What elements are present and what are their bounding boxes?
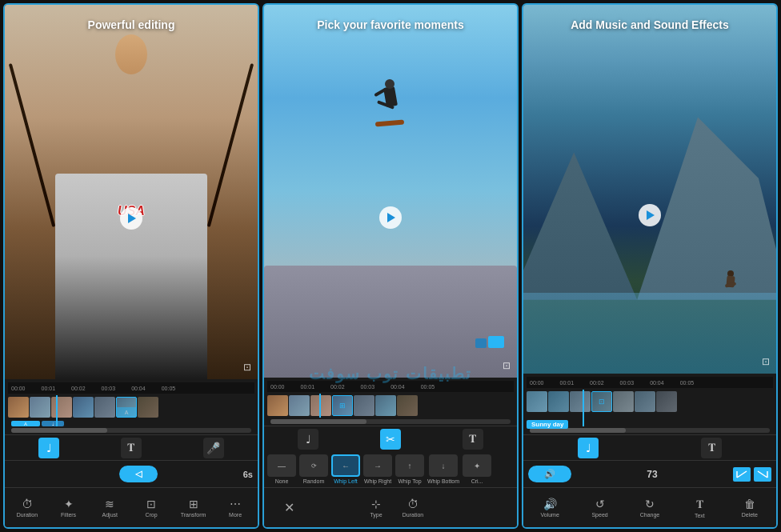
svg-line-2	[758, 471, 767, 478]
fade-icons	[733, 467, 771, 482]
clips-3: ⊡	[527, 390, 773, 414]
clip-2-7[interactable]	[397, 395, 418, 416]
music-icon-3[interactable]: ♩	[578, 438, 599, 458]
transition-none[interactable]: — None	[267, 454, 296, 484]
clip-2-3[interactable]	[310, 395, 331, 416]
clip-3-5[interactable]	[613, 391, 634, 412]
panel-moments: ⊡ Pick your favorite moments 00:00 00:01…	[262, 3, 519, 529]
clip-1-3[interactable]	[51, 397, 72, 418]
clips-2: ⊞	[267, 394, 514, 418]
nav-section-1: ⏱ Duration ✦ Filters ≋ Adjust ⊡ Crop ⊞	[5, 488, 258, 527]
clip-1-2[interactable]	[30, 397, 50, 418]
clip-1-5[interactable]	[94, 397, 115, 418]
nav-duration-2[interactable]: ⏱ Duration	[401, 498, 425, 518]
music-icon-1[interactable]: ♩	[38, 438, 59, 458]
expand-icon-3[interactable]: ⊡	[762, 356, 770, 367]
transition-whip-left[interactable]: ← Whip Left	[331, 454, 360, 484]
mic-icon-1[interactable]: 🎤	[203, 438, 224, 458]
play-button-2[interactable]	[379, 206, 402, 229]
nav-delete-3[interactable]: 🗑 Delete	[738, 498, 762, 518]
video-area-3: ⊡ Add Music and Sound Effects	[523, 5, 776, 374]
clip-3-7[interactable]	[656, 391, 677, 412]
toolbar-1: ♩ 𝐓 🎤	[5, 434, 258, 460]
playhead-2	[319, 394, 321, 418]
clip-3-3[interactable]	[570, 391, 591, 412]
timeline-2: 00:00 00:01 00:02 00:03 00:04 00:05 ⊞	[264, 378, 517, 426]
clip-3-selected[interactable]: ⊡	[591, 391, 612, 412]
nav-section-3: 🔊 Volume ↺ Speed ↻ Change 𝐓 Text 🗑	[523, 488, 776, 527]
timeline-tracks-3: ⊡ Sunny day	[527, 390, 773, 426]
time-markers-3: 00:00 00:01 00:02 00:03 00:04 00:05	[530, 380, 770, 386]
change-icon: ↻	[645, 498, 655, 510]
controls-row-3: 🔊 73	[523, 460, 776, 487]
main-content: USA ⊡ Powerful editing 00:00 00:01 00:02…	[0, 0, 781, 532]
video-title-3: Add Music and Sound Effects	[536, 18, 763, 32]
transition-whip-bottom[interactable]: ↓ Whip Bottom	[427, 454, 459, 484]
clip-2-6[interactable]	[375, 395, 396, 416]
scissors-icon-2[interactable]: ✂	[380, 429, 401, 450]
clip-3-6[interactable]	[635, 391, 655, 412]
expand-icon-2[interactable]: ⊡	[503, 360, 511, 371]
adjust-icon: ≋	[105, 498, 114, 510]
scrollbar-1[interactable]	[11, 428, 251, 433]
text-icon-1[interactable]: 𝐓	[121, 438, 142, 458]
nav-change-3[interactable]: ↻ Change	[638, 498, 662, 518]
panel-editing: USA ⊡ Powerful editing 00:00 00:01 00:02…	[3, 3, 259, 529]
nav-text-3[interactable]: 𝐓 Text	[687, 498, 711, 518]
clip-2-1[interactable]	[267, 395, 288, 416]
text-icon-3[interactable]: 𝐓	[701, 438, 722, 458]
playhead-3	[583, 390, 584, 426]
fade-in-icon[interactable]	[733, 467, 751, 482]
timeline-ruler-2: 00:00 00:01 00:02 00:03 00:04 00:05	[267, 381, 514, 392]
timeline-tracks-2: ⊞	[267, 394, 514, 418]
time-0: 00:00	[11, 386, 26, 391]
video-title-2: Pick your favorite moments	[277, 18, 504, 32]
clip-1-selected[interactable]: A	[116, 397, 137, 418]
volume-button-3[interactable]: 🔊	[528, 466, 571, 482]
timeline-3: 00:00 00:01 00:02 00:03 00:04 00:05 ⊡	[523, 374, 776, 434]
fade-out-icon[interactable]	[754, 467, 771, 482]
nav-speed-3[interactable]: ↺ Speed	[588, 498, 612, 518]
clip-3-2[interactable]	[548, 391, 569, 412]
transition-whip-top[interactable]: ↑ Whip Top	[395, 454, 424, 484]
scrollbar-2[interactable]	[270, 419, 511, 424]
time-markers-1: 00:00 00:01 00:02 00:03 00:04 00:05	[11, 386, 251, 391]
clip-1-4[interactable]	[73, 397, 94, 418]
volume-nav-icon: 🔊	[543, 498, 557, 510]
volume-icon: 🔊	[544, 469, 555, 479]
nav-volume-3[interactable]: 🔊 Volume	[538, 498, 562, 518]
transition-cri[interactable]: ✦ Cri...	[463, 454, 491, 484]
clip-2-2[interactable]	[289, 395, 310, 416]
clip-3-1[interactable]	[527, 391, 547, 412]
nav-more-1[interactable]: ⋯ More	[223, 498, 247, 518]
controls-row-1: ◁ 6s	[5, 460, 258, 487]
nav-close-2[interactable]: ✕	[277, 500, 301, 515]
clips-1: A	[8, 395, 254, 419]
nav-filters-1[interactable]: ✦ Filters	[57, 498, 81, 518]
transition-whip-right[interactable]: → Whip Right	[363, 454, 392, 484]
clip-1-1[interactable]	[8, 397, 29, 418]
nav-type-2[interactable]: ⊹ Type	[364, 498, 388, 518]
play-button-1[interactable]	[120, 207, 142, 230]
music-icon-2[interactable]: ♩	[298, 429, 318, 450]
transitions-row: — None ⟳ Random ← Whip Left → Whip Right…	[264, 451, 517, 487]
clip-2-selected[interactable]: ⊞	[332, 395, 353, 416]
clip-2-5[interactable]	[354, 395, 374, 416]
type-icon: ⊹	[371, 498, 381, 510]
clip-1-7[interactable]	[138, 397, 158, 418]
sunny-day-label[interactable]: Sunny day	[527, 420, 568, 429]
time-markers-2: 00:00 00:01 00:02 00:03 00:04 00:05	[270, 384, 511, 390]
nav-transform-1[interactable]: ⊞ Transform	[181, 498, 206, 518]
play-button-3[interactable]	[639, 204, 661, 226]
duration-button-1[interactable]: ◁	[119, 466, 158, 482]
time-3: 00:03	[102, 386, 116, 391]
text-icon-2[interactable]: 𝐓	[463, 429, 483, 450]
crop-icon: ⊡	[146, 498, 156, 510]
panel-music: ⊡ Add Music and Sound Effects 00:00 00:0…	[522, 3, 778, 529]
nav-duration-1[interactable]: ⏱ Duration	[15, 498, 39, 518]
nav-crop-1[interactable]: ⊡ Crop	[139, 498, 163, 518]
nav-adjust-1[interactable]: ≋ Adjust	[98, 498, 122, 518]
video-area-2: ⊡ Pick your favorite moments	[264, 5, 517, 378]
expand-icon-1[interactable]: ⊡	[243, 362, 251, 373]
transition-random[interactable]: ⟳ Random	[299, 454, 328, 484]
